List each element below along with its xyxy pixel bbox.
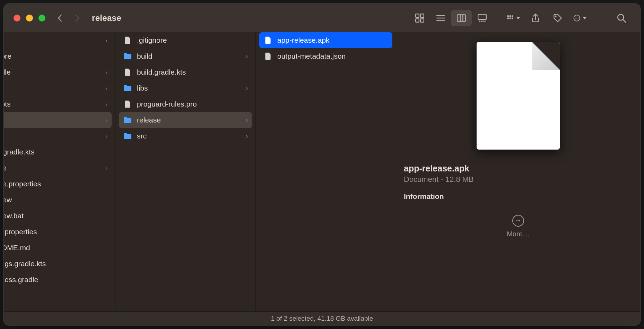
list-item[interactable]: tings.gradle.kts (4, 256, 112, 272)
item-name: adle (4, 68, 105, 76)
more-label[interactable]: More… (507, 230, 530, 238)
list-item[interactable]: › (4, 112, 112, 128)
file-icon (122, 99, 133, 109)
list-item[interactable]: app-release.apk (259, 32, 392, 48)
share-button[interactable] (529, 11, 542, 25)
item-name: build (137, 52, 246, 60)
group-by-button[interactable] (506, 11, 520, 25)
folder-icon (122, 83, 133, 93)
preview-pane: app-release.apk Document - 12.8 MB Infor… (396, 32, 640, 311)
list-item[interactable]: output-metadata.json (259, 48, 392, 64)
finder-window: release ›noreadle›a›ripts››d›d.gradle.kt… (3, 3, 641, 326)
close-button[interactable] (14, 15, 20, 22)
list-item[interactable]: dlew (4, 192, 112, 208)
list-item[interactable]: release› (119, 112, 252, 128)
item-name: al.properties (4, 228, 107, 236)
item-name: otless.gradle (4, 276, 107, 284)
chevron-right-icon: › (105, 164, 107, 172)
item-name: dlew (4, 196, 107, 204)
chevron-right-icon: › (105, 133, 107, 140)
list-item[interactable]: src› (119, 128, 252, 144)
chevron-down-icon (516, 17, 520, 19)
preview-filename: app-release.apk (402, 163, 634, 174)
item-name: release (137, 116, 246, 124)
list-item[interactable]: proguard-rules.pro (119, 96, 252, 112)
chevron-right-icon: › (105, 117, 107, 124)
gallery-view-button[interactable] (472, 10, 493, 26)
chevron-right-icon: › (246, 117, 248, 124)
svg-point-30 (519, 220, 520, 221)
chevron-right-icon: › (246, 85, 248, 92)
list-item[interactable]: dle.properties (4, 176, 112, 192)
list-item[interactable]: d.gradle.kts (4, 144, 112, 160)
chevron-right-icon: › (246, 133, 248, 140)
list-item[interactable]: libs› (119, 80, 252, 96)
file-icon (263, 51, 273, 61)
folder-icon (122, 131, 133, 141)
actions-button[interactable] (573, 11, 587, 25)
window-title: release (92, 13, 121, 23)
view-switcher (409, 10, 493, 26)
item-name: dlew.bat (4, 212, 107, 220)
file-icon (122, 35, 133, 45)
column-1: .gitignorebuild›build.gradle.ktslibs›pro… (115, 32, 256, 311)
list-item[interactable]: dle› (4, 160, 112, 176)
back-button[interactable] (55, 13, 66, 23)
chevron-right-icon: › (246, 53, 248, 60)
list-item[interactable]: build› (119, 48, 252, 64)
column-2: app-release.apkoutput-metadata.json (256, 32, 396, 311)
list-item[interactable]: ADME.md (4, 240, 112, 256)
list-item[interactable]: d› (4, 128, 112, 144)
list-item[interactable]: nore (4, 48, 112, 64)
column-0: ›noreadle›a›ripts››d›d.gradle.ktsdle›dle… (4, 32, 115, 311)
list-item[interactable]: build.gradle.kts (119, 64, 252, 80)
list-item[interactable]: a› (4, 80, 112, 96)
folder-icon (122, 51, 133, 61)
item-name: src (137, 132, 246, 140)
search-button[interactable] (615, 11, 628, 25)
item-name: ripts (4, 100, 105, 108)
item-name: d (4, 132, 105, 140)
minimize-button[interactable] (26, 15, 33, 22)
item-name: a (4, 84, 105, 92)
chevron-right-icon: › (105, 37, 107, 44)
list-item[interactable]: .gitignore (119, 32, 252, 48)
file-icon (122, 67, 133, 77)
titlebar: release (4, 4, 640, 32)
preview-thumbnail[interactable] (477, 42, 560, 150)
item-name: .gitignore (137, 36, 248, 44)
item-name: output-metadata.json (277, 52, 388, 60)
status-bar: 1 of 2 selected, 41.18 GB available (4, 311, 640, 325)
chevron-right-icon: › (105, 69, 107, 76)
column-view-button[interactable] (451, 10, 472, 26)
fullscreen-button[interactable] (38, 15, 45, 22)
item-name: proguard-rules.pro (137, 100, 248, 108)
more-button[interactable] (512, 215, 524, 227)
list-item[interactable]: adle› (4, 64, 112, 80)
item-name: nore (4, 52, 107, 60)
list-view-button[interactable] (430, 10, 451, 26)
chevron-right-icon: › (105, 101, 107, 108)
window-controls (14, 15, 45, 22)
tags-button[interactable] (551, 11, 565, 25)
item-name: app-release.apk (277, 36, 388, 44)
item-name: dle.properties (4, 180, 107, 188)
item-name: tings.gradle.kts (4, 260, 107, 268)
status-text: 1 of 2 selected, 41.18 GB available (271, 315, 373, 322)
chevron-right-icon: › (105, 85, 107, 92)
list-item[interactable]: dlew.bat (4, 208, 112, 224)
folder-icon (122, 115, 133, 125)
list-item[interactable]: ripts› (4, 96, 112, 112)
item-name: libs (137, 84, 246, 92)
item-name: build.gradle.kts (137, 68, 248, 76)
icon-view-button[interactable] (409, 10, 430, 26)
svg-point-29 (518, 220, 519, 221)
list-item[interactable]: › (4, 32, 112, 48)
chevron-down-icon (583, 17, 587, 19)
forward-button[interactable] (72, 13, 82, 23)
file-icon (263, 35, 273, 45)
svg-point-28 (516, 220, 517, 221)
list-item[interactable]: otless.gradle (4, 272, 112, 288)
item-name: dle (4, 164, 105, 172)
list-item[interactable]: al.properties (4, 224, 112, 240)
